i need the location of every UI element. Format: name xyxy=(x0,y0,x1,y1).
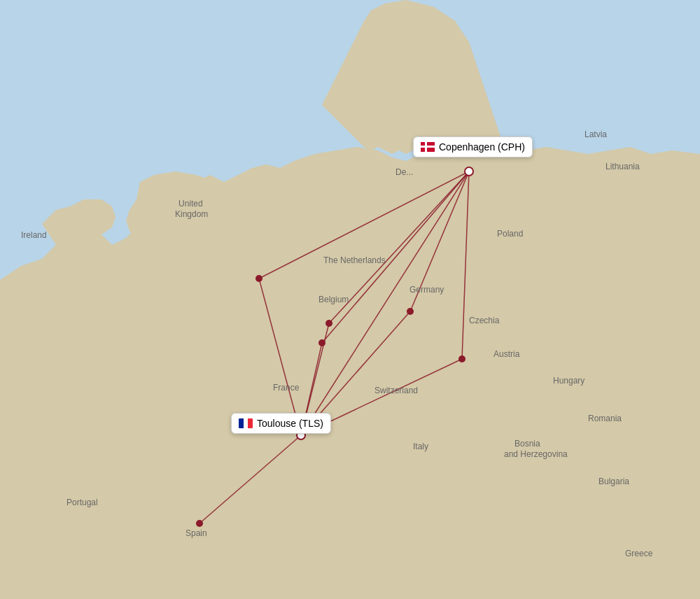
city-dot-uk xyxy=(255,275,262,282)
svg-text:Belgium: Belgium xyxy=(318,295,349,304)
svg-text:Greece: Greece xyxy=(625,549,653,558)
svg-text:Portugal: Portugal xyxy=(66,498,98,507)
svg-text:Austria: Austria xyxy=(493,349,520,359)
city-dot-ger xyxy=(407,308,414,315)
france-flag-icon xyxy=(239,418,253,428)
svg-text:De...: De... xyxy=(396,167,413,177)
svg-text:Spain: Spain xyxy=(186,528,207,538)
svg-text:and Herzegovina: and Herzegovina xyxy=(504,449,568,459)
svg-text:Switzerland: Switzerland xyxy=(374,386,418,395)
cph-label-text: Copenhagen (CPH) xyxy=(439,141,525,153)
svg-text:Bosnia: Bosnia xyxy=(514,439,540,449)
city-dot-spain xyxy=(196,520,203,527)
svg-text:France: France xyxy=(273,383,300,393)
city-dot-bel1 xyxy=(326,320,332,327)
svg-text:Italy: Italy xyxy=(413,442,428,451)
city-dot-cph xyxy=(465,167,473,176)
svg-text:Romania: Romania xyxy=(588,414,622,423)
cph-label-box: Copenhagen (CPH) xyxy=(413,136,533,157)
city-dot-bel2 xyxy=(318,339,326,346)
svg-text:Hungary: Hungary xyxy=(553,376,584,386)
denmark-flag-icon xyxy=(421,142,435,152)
tls-label-text: Toulouse (TLS) xyxy=(257,418,323,429)
svg-text:Bulgaria: Bulgaria xyxy=(598,477,629,486)
svg-text:Czechia: Czechia xyxy=(469,316,500,325)
svg-text:Lithuania: Lithuania xyxy=(606,162,640,171)
svg-text:Germany: Germany xyxy=(410,285,444,295)
tls-label-box: Toulouse (TLS) xyxy=(231,413,331,434)
svg-text:Kingdom: Kingdom xyxy=(175,209,208,219)
svg-text:Ireland: Ireland xyxy=(21,230,47,240)
city-dot-aut xyxy=(458,355,465,362)
svg-text:The Netherlands: The Netherlands xyxy=(323,255,386,265)
map-container: Ireland United Kingdom The Netherlands B… xyxy=(0,0,700,599)
svg-text:Poland: Poland xyxy=(497,229,523,239)
svg-text:United: United xyxy=(178,199,203,209)
svg-text:Latvia: Latvia xyxy=(584,129,607,139)
